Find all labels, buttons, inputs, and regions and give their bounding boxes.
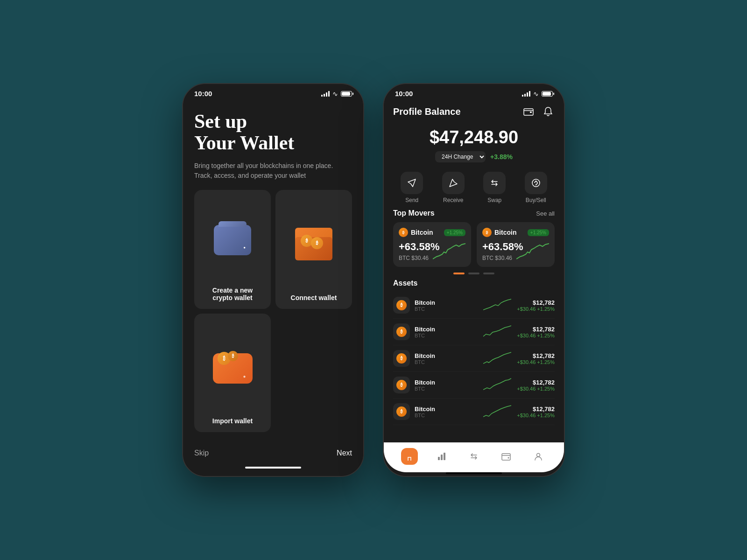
notch [245,84,301,98]
status-time-2: 10:00 [395,90,413,98]
signal-icon [321,91,330,97]
svg-rect-6 [502,454,510,460]
setup-description: Bring together all your blockchains in o… [194,161,352,181]
nav-wallet[interactable] [498,448,514,465]
asset-row-0[interactable]: ₿ Bitcoin BTC $12,782 +$30.46 +1.25% [393,292,555,319]
nav-home[interactable] [401,448,418,465]
buysell-icon [525,172,547,194]
wallet-options-grid: Create a new crypto wallet ₿ ₿ Connect w… [194,190,352,432]
asset-name-2: Bitcoin [415,352,478,359]
btc-icon-asset-0: ₿ [396,300,407,310]
btc-icon-sm-2: ₿ [482,228,492,237]
asset-row-1[interactable]: ₿ Bitcoin BTC $12,782 +$30.46 +1.25% [393,319,555,345]
asset-info-2: Bitcoin BTC [415,352,478,365]
asset-chart-0 [483,298,511,312]
movers-container: ₿ Bitcoin +1.25% +63.58% BTC $30.46 [384,222,564,273]
dot-3[interactable] [483,273,494,274]
change-percent: +3.88% [490,153,513,161]
chest-coin2-icon: ₿ [311,237,323,249]
empty-slot [275,314,352,432]
home-indicator [245,467,301,469]
status-time: 10:00 [194,90,212,98]
nav-transfer[interactable] [465,448,482,465]
phone-setup: 10:00 ∿ Set up Your Wallet Bring to [182,83,364,477]
connect-wallet-icon-container: ₿ ₿ [283,197,345,290]
mover-coin-name-1: ₿ Bitcoin [399,228,433,237]
dot-1[interactable] [453,273,465,274]
svg-point-8 [537,454,540,457]
asset-row-3[interactable]: ₿ Bitcoin BTC $12,782 +$30.46 +1.25% [393,372,555,399]
setup-title: Set up Your Wallet [194,111,352,154]
swap-icon [483,172,506,194]
asset-name-3: Bitcoin [415,379,478,386]
asset-value-4: $12,782 +$30.46 +1.25% [517,406,555,418]
svg-point-7 [508,457,509,459]
asset-chart-4 [483,405,511,419]
btc-icon-asset-3: ₿ [396,380,407,390]
asset-name-0: Bitcoin [415,299,478,306]
asset-name-1: Bitcoin [415,326,478,333]
swap-button[interactable]: Swap [483,172,506,203]
create-wallet-label: Create a new crypto wallet [202,287,263,301]
nav-chart[interactable] [433,448,450,465]
asset-chart-1 [483,325,511,339]
send-icon [401,172,423,194]
asset-icon-2: ₿ [393,350,410,367]
mover-badge-1: +1.25% [444,229,465,236]
asset-symbol-0: BTC [415,306,478,312]
connect-wallet-label: Connect wallet [291,294,337,301]
asset-name-4: Bitcoin [415,406,478,413]
action-buttons: Send Receive Swap [384,168,564,209]
wallet-header-icon[interactable] [522,105,535,118]
mover-card-2[interactable]: ₿ Bitcoin +1.25% +63.58% BTC $30.46 [477,222,555,267]
import-wallet-option[interactable]: ₿ ₿ Import wallet [194,314,271,432]
home-indicator-2 [446,472,502,474]
asset-symbol-3: BTC [415,386,478,392]
mover-badge-2: +1.25% [528,229,549,236]
skip-button[interactable]: Skip [194,449,209,457]
asset-info-3: Bitcoin BTC [415,379,478,392]
mover-coin-name-2: ₿ Bitcoin [482,228,516,237]
dashboard-title: Profile Balance [393,106,461,117]
asset-symbol-1: BTC [415,333,478,338]
header-icons [522,105,555,118]
swap-label: Swap [487,197,501,203]
see-all-button[interactable]: See all [536,210,555,217]
asset-row-2[interactable]: ₿ Bitcoin BTC $12,782 +$30.46 +1.25% [393,345,555,372]
asset-icon-1: ₿ [393,323,410,340]
notification-icon[interactable] [542,105,555,118]
asset-change-3: +$30.46 +1.25% [517,386,555,392]
next-button[interactable]: Next [337,449,352,457]
orange-coin-b2-icon: ₿ [228,351,238,361]
wifi-icon-2: ∿ [533,90,539,98]
connect-wallet-icon: ₿ ₿ [295,228,332,260]
asset-icon-0: ₿ [393,297,410,314]
create-wallet-option[interactable]: Create a new crypto wallet [194,190,271,308]
buysell-button[interactable]: Buy/Sell [525,172,547,203]
mover-chart-1 [433,243,465,261]
mover-chart-2 [516,243,549,261]
balance-change-row: 24H Change +3.88% [393,151,555,162]
asset-row-4[interactable]: ₿ Bitcoin BTC $12,782 +$30.46 +1.25% [393,399,555,425]
btc-icon-sm-1: ₿ [399,228,408,237]
receive-button[interactable]: Receive [442,172,465,203]
dot-2[interactable] [468,273,479,274]
status-icons: ∿ [321,90,352,98]
btc-icon-asset-2: ₿ [396,353,407,364]
buysell-label: Buy/Sell [526,197,546,203]
asset-info-4: Bitcoin BTC [415,406,478,418]
mover-card-header-1: ₿ Bitcoin +1.25% [399,228,465,237]
change-dropdown[interactable]: 24H Change [435,151,486,162]
svg-rect-4 [441,455,443,460]
signal-icon-2 [522,91,530,97]
status-icons-2: ∿ [522,90,553,98]
asset-change-4: +$30.46 +1.25% [517,413,555,418]
asset-symbol-4: BTC [415,413,478,418]
nav-profile[interactable] [530,448,547,465]
connect-wallet-option[interactable]: ₿ ₿ Connect wallet [275,190,352,308]
create-wallet-icon [214,225,251,255]
send-button[interactable]: Send [401,172,423,203]
create-wallet-icon-container [202,197,263,282]
mover-card-1[interactable]: ₿ Bitcoin +1.25% +63.58% BTC $30.46 [393,222,471,267]
balance-section: $47,248.90 24H Change +3.88% [384,124,564,168]
